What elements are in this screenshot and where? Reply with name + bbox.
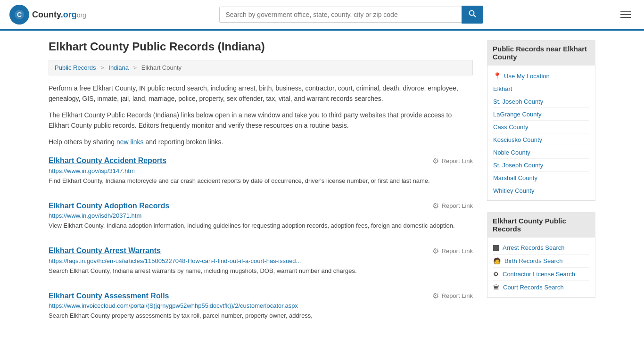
record-description: Search Elkhart County, Indiana arrest wa… bbox=[49, 266, 473, 276]
record-entry: Elkhart County Adoption Records ⚙ Report… bbox=[49, 201, 473, 235]
intro-paragraph-2: The Elkhart County Public Records (India… bbox=[49, 110, 473, 131]
search-area bbox=[219, 6, 483, 24]
record-title-row: Elkhart County Assessment Rolls ⚙ Report… bbox=[49, 291, 473, 300]
sidebar-nearby-title: Public Records near Elkhart County bbox=[487, 40, 595, 66]
record-title-link[interactable]: Elkhart County Arrest Warrants bbox=[49, 247, 161, 255]
sidebar: Public Records near Elkhart County 📍 Use… bbox=[487, 40, 595, 337]
location-pin-icon: 📍 bbox=[493, 72, 501, 80]
list-item: Arrest Records Search bbox=[493, 241, 589, 255]
list-item: ⚙Contractor License Search bbox=[493, 268, 589, 281]
record-description: Search Elkhart County property assessmen… bbox=[49, 311, 473, 321]
record-description: View Elkhart County, Indiana adoption in… bbox=[49, 221, 473, 230]
breadcrumb-current: Elkhart County bbox=[141, 64, 182, 71]
square-icon bbox=[493, 245, 499, 251]
nearby-link-1[interactable]: St. Joseph County bbox=[493, 98, 543, 105]
sidebar-records-body: Arrest Records Search🧑Birth Records Sear… bbox=[487, 238, 595, 298]
records-container: Elkhart County Accident Reports ⚙ Report… bbox=[49, 156, 473, 325]
report-link-label: Report Link bbox=[442, 247, 473, 255]
list-item: St. Joseph County bbox=[493, 95, 589, 108]
content-area: Elkhart County Public Records (Indiana) … bbox=[49, 40, 473, 337]
report-link-label: Report Link bbox=[442, 157, 473, 165]
record-title-link[interactable]: Elkhart County Accident Reports bbox=[49, 156, 166, 165]
sidebar-records-title: Elkhart County Public Records bbox=[487, 212, 595, 238]
list-item: LaGrange County bbox=[493, 108, 589, 121]
record-title-row: Elkhart County Accident Reports ⚙ Report… bbox=[49, 156, 473, 165]
records-link-0[interactable]: Arrest Records Search bbox=[503, 244, 565, 251]
record-entry: Elkhart County Assessment Rolls ⚙ Report… bbox=[49, 291, 473, 325]
list-item: 🏛Court Records Search bbox=[493, 281, 589, 294]
search-button[interactable] bbox=[462, 6, 483, 24]
report-link-area[interactable]: ⚙ Report Link bbox=[432, 247, 473, 255]
courthouse-icon: 🏛 bbox=[493, 284, 499, 291]
sidebar-nearby-section: Public Records near Elkhart County 📍 Use… bbox=[487, 40, 595, 201]
records-link-3[interactable]: Court Records Search bbox=[503, 284, 564, 291]
record-title-row: Elkhart County Arrest Warrants ⚙ Report … bbox=[49, 247, 473, 255]
breadcrumb: Public Records > Indiana > Elkhart Count… bbox=[49, 60, 473, 75]
nearby-link-4[interactable]: Kosciusko County bbox=[493, 136, 542, 143]
svg-point-3 bbox=[470, 11, 474, 16]
record-url[interactable]: https://www.invoicecloud.com/portal/(S(j… bbox=[49, 302, 473, 309]
record-description: Find Elkhart County, Indiana motorcycle … bbox=[49, 176, 473, 186]
site-header: C County.orgorg bbox=[0, 0, 644, 31]
nearby-link-7[interactable]: Marshall County bbox=[493, 174, 537, 181]
menu-button[interactable] bbox=[617, 8, 635, 22]
report-link-area[interactable]: ⚙ Report Link bbox=[432, 291, 473, 300]
nearby-link-6[interactable]: St. Joseph County bbox=[493, 162, 543, 169]
use-location-label: Use My Location bbox=[504, 73, 550, 80]
record-title-link[interactable]: Elkhart County Assessment Rolls bbox=[49, 292, 169, 300]
list-item: Elkhart bbox=[493, 82, 589, 95]
nearby-link-8[interactable]: Whitley County bbox=[493, 187, 534, 194]
report-link-icon: ⚙ bbox=[432, 201, 439, 210]
intro3-pre: Help others by sharing bbox=[49, 138, 116, 146]
list-item: Kosciusko County bbox=[493, 133, 589, 146]
report-link-icon: ⚙ bbox=[432, 291, 439, 300]
record-url[interactable]: https://www.in.gov/isp/3147.htm bbox=[49, 167, 473, 174]
person-icon: 🧑 bbox=[493, 257, 501, 264]
nearby-link-2[interactable]: LaGrange County bbox=[493, 111, 542, 118]
sidebar-records-section: Elkhart County Public Records Arrest Rec… bbox=[487, 212, 595, 298]
breadcrumb-sep1: > bbox=[100, 64, 104, 71]
record-entry: Elkhart County Arrest Warrants ⚙ Report … bbox=[49, 247, 473, 280]
nearby-links-list: ElkhartSt. Joseph CountyLaGrange CountyC… bbox=[493, 82, 589, 197]
report-link-area[interactable]: ⚙ Report Link bbox=[432, 156, 473, 165]
report-link-area[interactable]: ⚙ Report Link bbox=[432, 201, 473, 210]
list-item: Whitley County bbox=[493, 184, 589, 197]
logo-area: C County.orgorg bbox=[9, 5, 86, 25]
use-my-location-button[interactable]: 📍 Use My Location bbox=[493, 69, 589, 82]
record-title-row: Elkhart County Adoption Records ⚙ Report… bbox=[49, 201, 473, 210]
logo-icon: C bbox=[9, 5, 29, 25]
intro-paragraph-3: Help others by sharing new links and rep… bbox=[49, 137, 473, 147]
sidebar-nearby-body: 📍 Use My Location ElkhartSt. Joseph Coun… bbox=[487, 66, 595, 201]
record-entry: Elkhart County Accident Reports ⚙ Report… bbox=[49, 156, 473, 190]
page-title: Elkhart County Public Records (Indiana) bbox=[49, 40, 473, 53]
breadcrumb-sep2: > bbox=[133, 64, 137, 71]
report-link-label: Report Link bbox=[442, 292, 473, 299]
breadcrumb-indiana[interactable]: Indiana bbox=[108, 64, 129, 71]
records-link-2[interactable]: Contractor License Search bbox=[503, 271, 575, 278]
list-item: 🧑Birth Records Search bbox=[493, 255, 589, 268]
record-title-link[interactable]: Elkhart County Adoption Records bbox=[49, 202, 169, 210]
records-link-1[interactable]: Birth Records Search bbox=[504, 257, 563, 264]
list-item: Cass County bbox=[493, 121, 589, 133]
logo-text: County.orgorg bbox=[32, 10, 86, 20]
gear-icon: ⚙ bbox=[493, 271, 499, 278]
new-links-link[interactable]: new links bbox=[116, 138, 144, 146]
breadcrumb-public-records[interactable]: Public Records bbox=[55, 64, 96, 71]
report-link-icon: ⚙ bbox=[432, 247, 439, 255]
nearby-link-0[interactable]: Elkhart bbox=[493, 85, 512, 92]
svg-text:C: C bbox=[17, 11, 22, 18]
intro-paragraph-1: Perform a free Elkhart County, IN public… bbox=[49, 83, 473, 104]
main-layout: Elkhart County Public Records (Indiana) … bbox=[39, 31, 605, 346]
nearby-link-3[interactable]: Cass County bbox=[493, 123, 528, 131]
search-input[interactable] bbox=[219, 7, 462, 23]
intro3-post: and reporting broken links. bbox=[144, 138, 223, 146]
svg-line-4 bbox=[474, 15, 476, 17]
list-item: Marshall County bbox=[493, 172, 589, 184]
sidebar-records-links: Arrest Records Search🧑Birth Records Sear… bbox=[493, 241, 589, 294]
report-link-label: Report Link bbox=[442, 202, 473, 209]
nearby-link-5[interactable]: Noble County bbox=[493, 149, 530, 156]
list-item: St. Joseph County bbox=[493, 159, 589, 172]
list-item: Noble County bbox=[493, 146, 589, 159]
record-url[interactable]: https://www.in.gov/isdh/20371.htm bbox=[49, 212, 473, 219]
record-url[interactable]: https://faqs.in.gov/hc/en-us/articles/11… bbox=[49, 257, 473, 264]
